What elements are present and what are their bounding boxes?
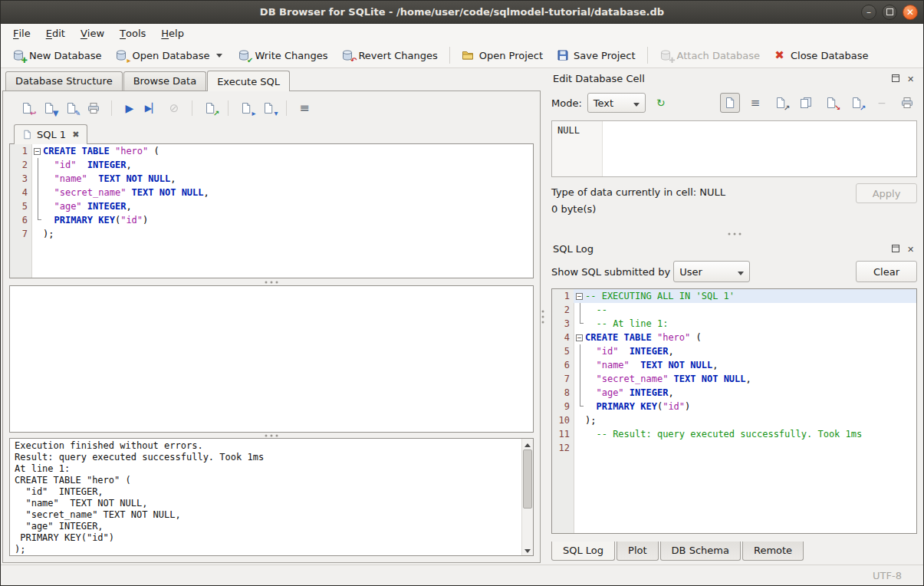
sql-log-close-button[interactable]: ✕ <box>906 244 916 254</box>
word-wrap-icon: ≡ <box>749 97 762 110</box>
export-cell-button[interactable]: ↗ <box>847 93 866 113</box>
open-database-button[interactable]: ▸Open Database <box>109 46 231 65</box>
execute-all-icon: ▶ <box>123 102 136 115</box>
clear-log-button[interactable]: Clear <box>856 261 917 282</box>
fold-guide-line <box>38 172 38 186</box>
tab-execute-sql[interactable]: Execute SQL <box>207 71 290 91</box>
print-cell-button[interactable] <box>897 93 917 113</box>
log-filter-combobox[interactable]: User <box>673 261 750 282</box>
main-tab-bar: Database StructureBrowse DataExecute SQL <box>1 68 541 91</box>
code-line: 1−CREATE TABLE "hero" ( <box>10 144 533 158</box>
scrollbar-track[interactable] <box>522 449 533 545</box>
sql-log-float-button[interactable] <box>890 244 900 254</box>
code-token <box>76 160 87 170</box>
export-csv-button[interactable]: ↗ <box>200 98 220 118</box>
set-null-button: − <box>872 93 892 113</box>
auto-switch-mode-button[interactable]: ↻ <box>651 93 671 113</box>
code-token <box>652 332 657 343</box>
fold-margin <box>574 441 585 455</box>
fold-guide-line <box>580 303 580 317</box>
word-wrap-button[interactable]: ≡ <box>745 93 765 113</box>
code-token: ); <box>585 415 596 426</box>
output-scrollbar[interactable] <box>521 439 533 555</box>
scroll-down-button[interactable] <box>522 545 534 555</box>
scrollbar-thumb[interactable] <box>523 449 532 509</box>
open-external-button[interactable]: ↗ <box>771 93 791 113</box>
code-token: ) <box>143 215 148 226</box>
output-pane: Execution finished without errors. Resul… <box>9 438 534 556</box>
line-number: 7 <box>10 227 31 241</box>
open-project-button[interactable]: Open Project <box>455 46 549 65</box>
edit-cell-float-button[interactable] <box>890 74 900 84</box>
code-text: ); <box>585 413 916 427</box>
print-button[interactable] <box>84 98 104 118</box>
menu-view[interactable]: View <box>73 24 112 43</box>
tab-browse-data[interactable]: Browse Data <box>123 71 207 91</box>
code-token <box>668 374 673 384</box>
minimize-button[interactable]: – <box>861 5 876 20</box>
import-cell-button[interactable]: ↘ <box>821 93 841 113</box>
save-sql-file-button[interactable]: ▼ <box>39 98 59 118</box>
fold-collapse-icon[interactable]: − <box>576 334 583 341</box>
code-line: 6 PRIMARY KEY("id") <box>10 213 533 227</box>
editor-results-splitter[interactable] <box>9 278 534 285</box>
copy-cell-button[interactable] <box>796 93 816 113</box>
dock-splitter[interactable] <box>545 229 923 239</box>
close-icon: ✕ <box>907 243 914 255</box>
fold-guide-end <box>580 400 584 407</box>
code-token <box>585 305 596 315</box>
fold-collapse-icon[interactable]: − <box>34 148 41 155</box>
sql-tab-close-icon[interactable]: ✖ <box>72 130 79 139</box>
line-number: 8 <box>552 386 574 400</box>
sql-editor[interactable]: 1−CREATE TABLE "hero" (2 "id" INTEGER,3 … <box>9 143 534 278</box>
execute-all-button[interactable]: ▶ <box>120 98 140 118</box>
revert-changes-button[interactable]: ↶Revert Changes <box>334 46 443 65</box>
fold-margin[interactable]: − <box>574 289 585 303</box>
write-changes-button[interactable]: ✔Write Changes <box>231 46 334 65</box>
dock-tab-remote[interactable]: Remote <box>742 542 804 561</box>
new-database-button[interactable]: ✚New Database <box>5 46 108 65</box>
fold-margin[interactable]: − <box>574 331 585 344</box>
text-document-button[interactable] <box>720 93 740 113</box>
find-button[interactable]: ▸ <box>236 98 256 118</box>
execute-current-line-button[interactable]: ▶▏ <box>142 98 162 118</box>
scroll-up-button[interactable] <box>522 439 534 449</box>
results-output-splitter[interactable] <box>9 433 534 438</box>
edit-cell-close-button[interactable]: ✕ <box>906 74 916 84</box>
titlebar[interactable]: DB Browser for SQLite - /home/user/code/… <box>1 1 923 24</box>
dock-tab-sql-log[interactable]: SQL Log <box>551 542 615 561</box>
fold-collapse-icon[interactable]: − <box>576 293 583 300</box>
results-pane <box>9 285 534 433</box>
code-token <box>82 201 87 212</box>
close-database-button[interactable]: ✖Close Database <box>767 46 875 65</box>
open-database-dropdown-arrow-icon[interactable] <box>215 52 224 59</box>
menu-file[interactable]: File <box>5 24 38 43</box>
cell-editor[interactable]: NULL <box>551 120 917 177</box>
apply-button: Apply <box>856 183 917 203</box>
fold-margin <box>574 372 585 386</box>
encoding-indicator[interactable]: UTF-8 <box>873 570 902 581</box>
mode-combobox[interactable]: Text <box>587 93 646 113</box>
menu-tools[interactable]: Tools <box>112 24 153 43</box>
window-maximize-icon <box>886 6 893 18</box>
line-number: 10 <box>552 413 574 427</box>
window-close-icon: ✕ <box>906 6 914 18</box>
log-filter-value: User <box>679 266 702 278</box>
dock-tab-plot[interactable]: Plot <box>617 542 659 561</box>
save-sql-file-as-button[interactable]: ✎ <box>61 98 81 118</box>
format-sql-button[interactable]: ≡ <box>294 98 314 118</box>
sql-tab-label: SQL 1 <box>37 129 66 140</box>
close-window-button[interactable]: ✕ <box>903 5 918 20</box>
maximize-button[interactable] <box>882 5 897 20</box>
code-token: , <box>712 360 718 370</box>
open-sql-file-button[interactable]: ↩ <box>17 98 37 118</box>
menu-edit[interactable]: Edit <box>38 24 73 43</box>
replace-button[interactable]: ▾ <box>258 98 278 118</box>
fold-margin[interactable]: − <box>31 144 43 158</box>
tab-database-structure[interactable]: Database Structure <box>5 71 123 91</box>
fold-margin <box>31 158 43 172</box>
menu-help[interactable]: Help <box>153 24 192 43</box>
sql-tab[interactable]: SQL 1 ✖ <box>14 124 87 144</box>
save-project-button[interactable]: Save Project <box>550 46 642 65</box>
dock-tab-db-schema[interactable]: DB Schema <box>660 542 741 561</box>
